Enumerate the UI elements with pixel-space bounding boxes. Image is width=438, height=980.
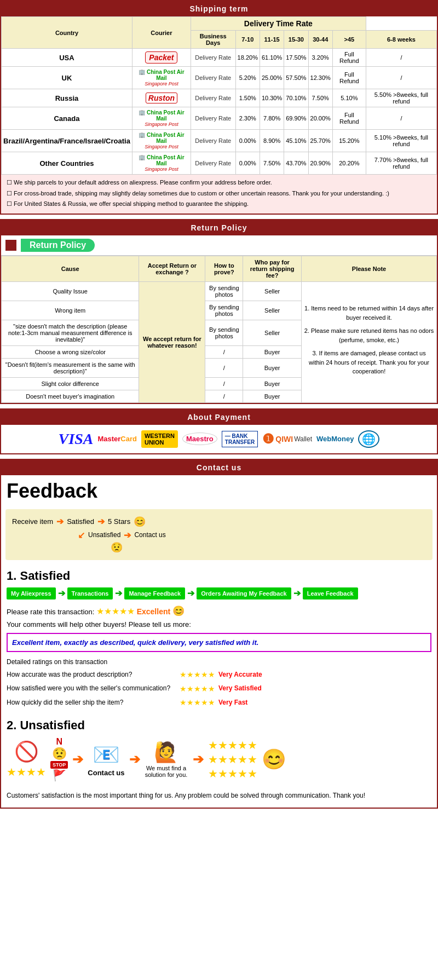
return-section: Return Policy Return Policy Cause Accept… xyxy=(0,219,438,404)
step-transactions[interactable]: Transactions xyxy=(67,587,113,599)
qiwi-logo: ❶ QIWI Wallet xyxy=(262,431,312,447)
return-cause-0: Quality Issue xyxy=(2,281,139,301)
email-group: 📧 Contact us xyxy=(88,742,124,777)
return-prove-0: By sending photos xyxy=(205,281,243,301)
shipping-d15_30-5: 43.70% xyxy=(284,152,308,175)
delivery-rate-label-3: Delivery Rate xyxy=(191,107,235,130)
return-pays-4: Buyer xyxy=(243,358,302,377)
step-orders-awaiting[interactable]: Orders Awaiting My Feedback xyxy=(197,587,291,599)
arrow-down-icon: ↙ xyxy=(78,530,85,540)
payment-logos: VISA MasterCard WESTERNUNION Maestro — B… xyxy=(1,425,437,453)
mastercard-logo: MasterCard xyxy=(97,435,137,443)
rating-stars-3: ★★★★★ xyxy=(180,696,215,710)
contact-section: Contact us Feedback Receive item ➔ Satis… xyxy=(0,459,438,809)
shipping-d15_30-4: 45.10% xyxy=(284,130,308,152)
return-icon xyxy=(5,240,16,251)
solution-group: 🙋 We must find a solution for you. xyxy=(145,741,188,778)
shipping-d7_10-2: 1.50% xyxy=(235,89,260,107)
shipping-d7_10-4: 0.00% xyxy=(235,130,260,152)
shipping-d7_10-0: 18.20% xyxy=(235,49,260,67)
shipping-courier-5: 🏢 China Post Air MailSingapore Post xyxy=(132,152,191,175)
stop-emoji: 😟 xyxy=(52,747,67,761)
contact-us-label: Contact us xyxy=(88,769,124,777)
contact-us-flow-label: Contact us xyxy=(134,531,165,539)
step-my-aliexpress[interactable]: My Aliexpress xyxy=(7,587,56,599)
note-2: ☐ For cross-broad trade, shipping may sl… xyxy=(7,189,431,199)
sad-emoji: 😟 xyxy=(111,542,123,553)
unsatisfied-flow-row: ↙ Unsatisfied ➔ Contact us xyxy=(78,530,426,540)
rating-row-2: How satisfied were you with the seller's… xyxy=(7,682,431,696)
shipping-country-1: UK xyxy=(2,67,132,89)
rating-label-1: How accurate was the product description… xyxy=(7,669,176,681)
step-arrow-4: ➔ xyxy=(293,588,301,598)
question-person-icon: 🙋 xyxy=(154,741,178,764)
shipping-d7_10-5: 0.00% xyxy=(235,152,260,175)
col-business-days: Business Days xyxy=(191,31,235,49)
stop-sign: STOP xyxy=(50,761,68,769)
step-arrow-2: ➔ xyxy=(115,588,122,598)
col-11-15: 11-15 xyxy=(260,31,284,49)
rating-desc-1: Very Accurate xyxy=(218,669,262,681)
shipping-d30_44-2: 7.50% xyxy=(308,89,332,107)
no-sign-group: 🚫 ★★★★ xyxy=(7,740,46,779)
return-pays-2: Seller xyxy=(243,320,302,345)
rating-row-3: How quickly did the seller ship the item… xyxy=(7,696,431,710)
detailed-ratings-title: Detailed ratings on this transaction xyxy=(7,656,431,668)
return-col-prove: How to prove? xyxy=(205,256,243,281)
shipping-d30_44-3: 20.00% xyxy=(308,107,332,130)
shipping-d68weeks-2: 5.50% >8weeks, full refund xyxy=(366,89,436,107)
shipping-notes: ☐ We ship parcels to your default addres… xyxy=(1,175,437,214)
return-col-note: Please Note xyxy=(302,256,437,281)
shipping-d30_44-4: 25.70% xyxy=(308,130,332,152)
shipping-country-5: Other Countries xyxy=(2,152,132,175)
shipping-d68weeks-3: / xyxy=(366,107,436,130)
col-6-8weeks: 6-8 weeks xyxy=(366,31,436,49)
flow-arrow-1: ➔ xyxy=(72,752,83,767)
visa-logo: VISA xyxy=(59,430,94,448)
return-pays-6: Buyer xyxy=(243,390,302,402)
flag-icon: 🚩 xyxy=(53,769,66,782)
delivery-rate-label-4: Delivery Rate xyxy=(191,130,235,152)
shipping-d15_30-0: 17.50% xyxy=(284,49,308,67)
satisfied-title: 1. Satisfied xyxy=(7,569,431,583)
return-prove-5: / xyxy=(205,377,243,390)
shipping-d11_15-4: 8.90% xyxy=(260,130,284,152)
final-note: Customers' satisfaction is the most impo… xyxy=(7,788,431,803)
shipping-d68weeks-4: 5.10% >8weeks, full refund xyxy=(366,130,436,152)
shipping-d45-3: Full Refund xyxy=(332,107,366,130)
arrow-right-2: ➔ xyxy=(97,516,105,527)
shipping-d45-4: 15.20% xyxy=(332,130,366,152)
return-cause-4: "Doesn't fit(item's measurement is the s… xyxy=(2,358,139,377)
rating-desc-2: Very Satisfied xyxy=(218,683,262,695)
shipping-d68weeks-1: / xyxy=(366,67,436,89)
bank-transfer-logo: — BANKTRANSFER xyxy=(222,431,258,447)
satisfied-section: 1. Satisfied My Aliexpress ➔ Transaction… xyxy=(1,564,437,714)
flow-arrow-2: ➔ xyxy=(129,752,140,767)
return-col-accept: Accept Return or exchange ? xyxy=(139,256,205,281)
happy-emoji: 😊 xyxy=(134,516,146,528)
shipping-d11_15-3: 7.80% xyxy=(260,107,284,130)
stop-group: N 😟 STOP 🚩 xyxy=(50,737,68,782)
shipping-d15_30-3: 69.90% xyxy=(284,107,308,130)
return-table: Cause Accept Return or exchange ? How to… xyxy=(1,256,437,403)
shipping-d45-0: Full Refund xyxy=(332,49,366,67)
return-cause-1: Wrong item xyxy=(2,301,139,320)
return-cause-5: Slight color difference xyxy=(2,377,139,390)
col-7-10: 7-10 xyxy=(235,31,260,49)
shipping-country-4: Brazil/Argentina/France/Israel/Croatia xyxy=(2,130,132,152)
shipping-d68weeks-5: 7.70% >8weeks, full refund xyxy=(366,152,436,175)
rating-label-2: How satisfied were you with the seller's… xyxy=(7,683,176,695)
payment-header: About Payment xyxy=(1,410,437,425)
no-sign-stars: ★★★★ xyxy=(7,765,46,779)
unsatisfied-section: 2. Unsatisfied 🚫 ★★★★ N 😟 STOP 🚩 ➔ 📧 Con… xyxy=(1,714,437,808)
shipping-courier-4: 🏢 China Post Air MailSingapore Post xyxy=(132,130,191,152)
step-manage-feedback[interactable]: Manage Feedback xyxy=(124,587,185,599)
result-stars-2: ★★★★★ xyxy=(208,753,257,766)
return-prove-2: By sending photos xyxy=(205,320,243,345)
col-15-30: 15-30 xyxy=(284,31,308,49)
note-3: ☐ For United States & Russia, we offer s… xyxy=(7,199,431,209)
shipping-d68weeks-0: / xyxy=(366,49,436,67)
western-union-logo: WESTERNUNION xyxy=(141,430,178,448)
shipping-section: Shipping term Country Courier Delivery T… xyxy=(0,0,438,215)
step-leave-feedback[interactable]: Leave Feedback xyxy=(303,587,358,599)
